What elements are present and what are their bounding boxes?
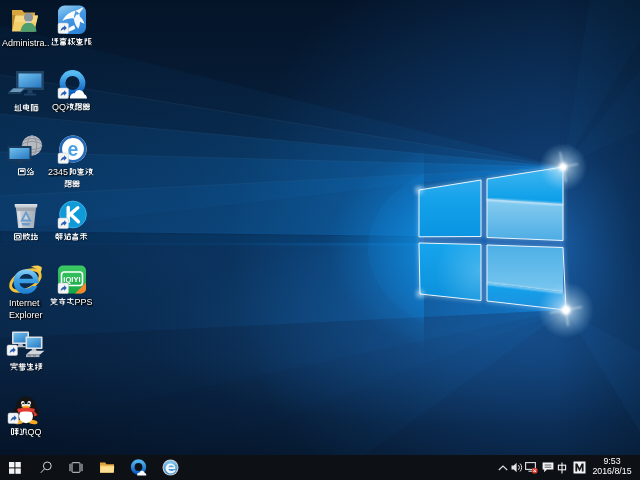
svg-text:Explorer: Explorer [9,310,43,320]
svg-text:QQ: QQ [27,427,41,437]
svg-text:2345: 2345 [48,167,68,177]
svg-text:QQ: QQ [52,102,66,112]
svg-text:Internet: Internet [9,298,40,308]
svg-text:PPS: PPS [75,297,93,307]
svg-text:iQIYI: iQIYI [63,275,80,284]
svg-text:e: e [67,138,78,160]
